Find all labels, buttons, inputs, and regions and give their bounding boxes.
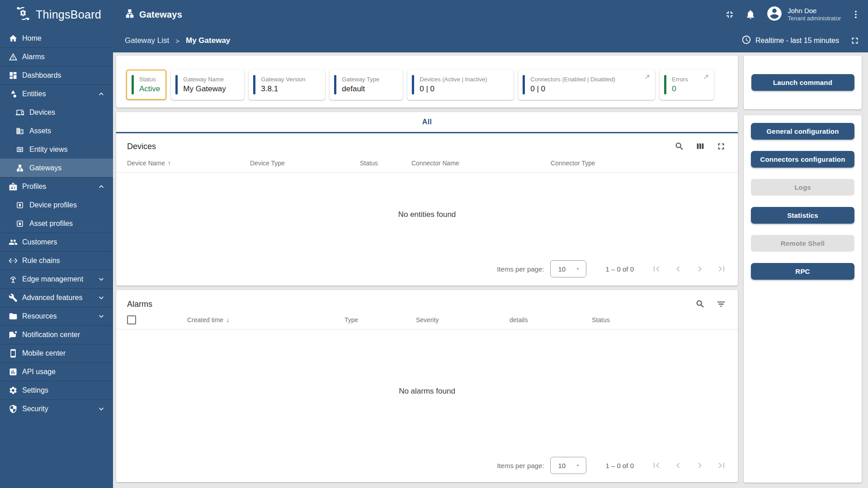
status-card-connectors[interactable]: Connectors (Enabled | Disabled) 0 | 0 <box>518 70 655 100</box>
alarms-filter-icon[interactable] <box>716 299 726 309</box>
sidebar-item-advanced-features[interactable]: Advanced features <box>0 288 113 307</box>
chevron-down-icon <box>97 275 106 284</box>
first-page-icon[interactable] <box>651 460 662 471</box>
sidebar-item-entities[interactable]: Entities <box>0 84 113 103</box>
status-card-gateway-version[interactable]: Gateway Version 3.8.1 <box>249 70 325 100</box>
chevron-down-icon <box>97 293 106 302</box>
entities-category-icon <box>8 89 18 99</box>
alarms-page-range: 1 – 0 of 0 <box>605 462 634 469</box>
breadcrumb-gateway-list[interactable]: Gateway List <box>125 36 169 45</box>
asset-profiles-icon <box>15 219 24 228</box>
select-all-checkbox[interactable] <box>127 315 136 324</box>
sidebar-item-home[interactable]: Home <box>0 29 113 47</box>
gateway-actions-widget: General configuration Connectors configu… <box>744 115 862 483</box>
alarms-search-icon[interactable] <box>695 299 705 309</box>
breadcrumb-current: My Gateway <box>186 36 230 45</box>
column-connector-name[interactable]: Connector Name <box>411 160 551 167</box>
chevron-up-icon <box>97 182 106 191</box>
sidebar: ThingsBoard Home Alarms Dashboards <box>0 0 113 488</box>
devices-widget: All Devices <box>116 112 738 286</box>
status-card-gateway-name[interactable]: Gateway Name My Gateway <box>171 70 244 100</box>
entity-views-icon <box>15 145 24 154</box>
chevron-down-icon <box>97 312 106 321</box>
column-device-name[interactable]: Device Name ↑ <box>127 160 250 167</box>
profiles-badge-icon <box>8 182 18 192</box>
sidebar-item-entity-views[interactable]: Entity views <box>0 140 113 159</box>
timewindow-label: Realtime - last 15 minutes <box>755 37 839 45</box>
column-severity[interactable]: Severity <box>416 316 509 324</box>
sidebar-item-assets[interactable]: Assets <box>0 122 113 140</box>
column-connector-type[interactable]: Connector Type <box>551 160 727 167</box>
sidebar-item-rule-chains[interactable]: Rule chains <box>0 251 113 270</box>
devices-pagination: Items per page: 10 1 – 0 of 0 <box>116 257 738 286</box>
logo[interactable]: ThingsBoard <box>0 0 113 29</box>
devices-table-header: Device Name ↑ Device Type Status Connect… <box>116 155 738 173</box>
sidebar-item-dashboards[interactable]: Dashboards <box>0 66 113 84</box>
sidebar-item-profiles[interactable]: Profiles <box>0 177 113 196</box>
devices-page-size-select[interactable]: 10 <box>550 260 586 277</box>
alarms-title: Alarms <box>127 300 695 309</box>
notification-chat-icon <box>8 330 18 340</box>
next-page-icon[interactable] <box>694 263 705 274</box>
tab-all[interactable]: All <box>422 118 432 126</box>
sidebar-item-notification-center[interactable]: Notification center <box>0 325 113 344</box>
statistics-button[interactable]: Statistics <box>751 207 854 224</box>
rpc-button[interactable]: RPC <box>751 263 854 280</box>
remote-shell-button[interactable]: Remote Shell <box>751 235 854 252</box>
prev-page-icon[interactable] <box>673 460 684 471</box>
customers-people-icon <box>8 237 18 247</box>
sidebar-item-customers[interactable]: Customers <box>0 233 113 251</box>
select-caret-icon <box>575 463 580 468</box>
sort-asc-icon: ↑ <box>168 160 171 167</box>
connectors-configuration-button[interactable]: Connectors configuration <box>751 151 854 168</box>
more-vert-button[interactable] <box>851 9 861 19</box>
column-created-time[interactable]: Created time ↓ <box>187 316 344 324</box>
launch-command-button[interactable]: Launch command <box>751 74 854 91</box>
sidebar-item-settings[interactable]: Settings <box>0 381 113 399</box>
timewindow-button[interactable]: Realtime - last 15 minutes <box>741 35 839 47</box>
dashboard-fullscreen-button[interactable] <box>850 36 860 46</box>
column-type[interactable]: Type <box>344 316 416 324</box>
general-configuration-button[interactable]: General configuration <box>751 123 854 140</box>
sidebar-nav: Home Alarms Dashboards Entities <box>0 29 113 418</box>
sidebar-item-gateways[interactable]: Gateways <box>0 159 113 177</box>
status-card-status[interactable]: Status Active <box>126 70 166 100</box>
sidebar-item-devices[interactable]: Devices <box>0 103 113 122</box>
alarms-empty-state: No alarms found <box>116 329 738 453</box>
gateways-lan-icon <box>125 9 135 21</box>
first-page-icon[interactable] <box>651 263 662 274</box>
notifications-bell-button[interactable] <box>745 9 756 20</box>
column-alarm-status[interactable]: Status <box>592 316 727 324</box>
external-link-icon[interactable] <box>644 74 651 80</box>
sidebar-item-mobile-center[interactable]: Mobile center <box>0 344 113 362</box>
status-card-gateway-type[interactable]: Gateway Type default <box>330 70 403 100</box>
status-card-devices[interactable]: Devices (Active | Inactive) 0 | 0 <box>407 70 514 100</box>
alarms-table-header: Created time ↓ Type Severity details Sta… <box>116 313 738 329</box>
status-card-errors[interactable]: Errors 0 <box>660 70 714 100</box>
logs-button[interactable]: Logs <box>751 179 854 196</box>
prev-page-icon[interactable] <box>673 263 684 274</box>
sidebar-item-resources[interactable]: Resources <box>0 307 113 325</box>
user-menu[interactable]: John Doe Tenant administrator <box>766 5 841 24</box>
sidebar-item-api-usage[interactable]: API usage <box>0 362 113 381</box>
fullscreen-exit-button[interactable] <box>724 9 735 20</box>
top-header: Gateways John Doe Tenant administrator <box>113 0 868 29</box>
last-page-icon[interactable] <box>716 263 727 274</box>
column-status[interactable]: Status <box>360 160 411 167</box>
devices-fullscreen-icon[interactable] <box>716 141 726 151</box>
devices-columns-icon[interactable] <box>695 141 705 151</box>
alarms-page-size-select[interactable]: 10 <box>550 457 586 474</box>
column-device-type[interactable]: Device Type <box>250 160 360 167</box>
sidebar-item-edge-management[interactable]: Edge management <box>0 270 113 288</box>
sidebar-item-alarms[interactable]: Alarms <box>0 47 113 66</box>
sidebar-item-device-profiles[interactable]: Device profiles <box>0 196 113 214</box>
external-link-icon[interactable] <box>703 74 709 80</box>
sidebar-item-security[interactable]: Security <box>0 399 113 418</box>
column-details[interactable]: details <box>509 316 592 324</box>
sidebar-item-asset-profiles[interactable]: Asset profiles <box>0 214 113 233</box>
last-page-icon[interactable] <box>716 460 727 471</box>
next-page-icon[interactable] <box>694 460 705 471</box>
thingsboard-logo-icon <box>14 5 32 24</box>
devices-search-icon[interactable] <box>675 141 684 151</box>
launch-command-widget: Launch command <box>744 56 862 109</box>
